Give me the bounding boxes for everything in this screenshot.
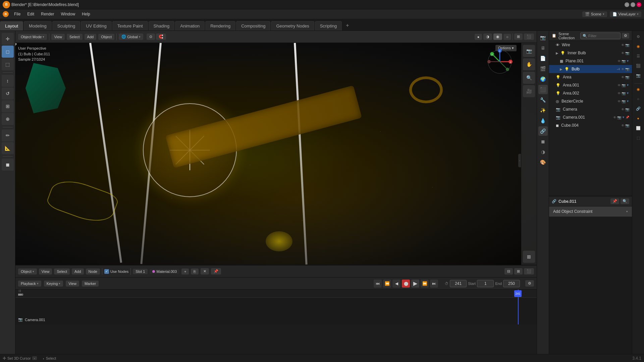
props-data-icon[interactable]: ◼ xyxy=(538,137,548,146)
camera001-visibility[interactable]: 👁 xyxy=(613,116,616,119)
menu-render[interactable]: Render xyxy=(38,11,57,17)
plane001-visibility[interactable]: 👁 xyxy=(618,59,621,63)
tab-rendering[interactable]: Rendering xyxy=(205,21,235,31)
maximize-button[interactable]: □ xyxy=(631,2,635,7)
slot-selector[interactable]: Slot 1 xyxy=(133,269,148,274)
props-material-icon[interactable]: ◑ xyxy=(538,147,548,157)
play-button[interactable]: ▶ xyxy=(411,280,419,288)
inner-bulb-arrow[interactable]: ▶ xyxy=(556,51,558,55)
zoom-button[interactable]: 🔍 xyxy=(523,72,535,84)
add-constraint-button[interactable]: Add Object Constraint ▾ xyxy=(549,206,632,217)
props-output-icon[interactable]: 🖥 xyxy=(538,43,548,53)
outliner-item-camera001[interactable]: 📷 Camera.001 👁 📷 ▼ 📌 xyxy=(549,113,632,121)
n-panel-toggle[interactable]: › xyxy=(518,154,521,167)
camera001-render[interactable]: 📷 xyxy=(617,116,621,119)
cube004-visibility[interactable]: 👁 xyxy=(621,124,625,127)
add-menu-button[interactable]: Add xyxy=(85,34,97,40)
mini-filter-icon[interactable]: ⚙ xyxy=(634,32,643,41)
material-selector[interactable]: Material.003 xyxy=(150,269,179,274)
tab-uv-editing[interactable]: UV Editing xyxy=(81,21,111,31)
tab-shading[interactable]: Shading xyxy=(149,21,175,31)
area-render[interactable]: 📷 xyxy=(625,75,629,79)
mini-object-icon[interactable]: ◉ xyxy=(634,42,643,51)
mini-wire-icon[interactable]: ⬜ xyxy=(634,124,643,132)
outliner-item-area002[interactable]: 💡 Area.002 👁 📷 ▼ xyxy=(549,89,632,97)
camera-view-button[interactable]: 📷 xyxy=(523,45,535,57)
outliner-item-camera[interactable]: 📷 Camera 👁 📷 xyxy=(549,105,632,113)
node-zoom-in[interactable]: ⊞ xyxy=(514,268,523,275)
area001-visibility[interactable]: 👁 xyxy=(618,83,621,87)
props-shader-icon[interactable]: 🎨 xyxy=(538,158,548,167)
bezier-render[interactable]: 📷 xyxy=(622,100,626,103)
add-cube-button[interactable]: ◼ xyxy=(2,159,14,171)
camera-visibility[interactable]: 👁 xyxy=(621,108,625,111)
viewport-shading-material[interactable]: ◑ xyxy=(483,34,492,40)
outliner-item-beziercircle[interactable]: ◎ BezierCircle 👁 📷 ▼ xyxy=(549,97,632,105)
annotate-tool-button[interactable]: ✏ xyxy=(2,129,14,141)
object-mode-dropdown[interactable]: Object Mode ▾ xyxy=(18,34,47,40)
outliner-item-bulb[interactable]: ▶ 💡 Bulb ⬩4 👁 📷 xyxy=(549,65,632,73)
outliner-item-area001[interactable]: 💡 Area.001 👁 📷 ▼ xyxy=(549,81,632,89)
props-world-icon[interactable]: 🌍 xyxy=(538,74,548,84)
props-view-layer-icon[interactable]: 📄 xyxy=(538,54,548,63)
mini-circle-icon[interactable]: ◉ xyxy=(634,85,643,94)
viewport-shading-rendered[interactable]: ◉ xyxy=(493,34,502,40)
props-physics-icon[interactable]: 💧 xyxy=(538,116,548,125)
area002-visibility[interactable]: 👁 xyxy=(618,92,621,95)
grid-view-button[interactable]: ⊞ xyxy=(523,251,535,263)
props-constraints-icon[interactable]: 🔗 xyxy=(538,126,548,136)
blender-menu-logo[interactable]: B xyxy=(3,11,9,17)
keying-dropdown[interactable]: Keying ▾ xyxy=(44,281,63,287)
node-zoom-out[interactable]: ⊟ xyxy=(504,268,513,275)
outliner-item-area[interactable]: 💡 Area 👁 📷 xyxy=(549,73,632,81)
props-render-icon[interactable]: 📷 xyxy=(538,33,548,42)
inner-bulb-render[interactable]: 📷 xyxy=(625,51,629,55)
bulb-arrow[interactable]: ▶ xyxy=(560,67,562,71)
tab-layout[interactable]: Layout xyxy=(0,21,23,31)
tab-texture-paint[interactable]: Texture Paint xyxy=(112,21,148,31)
wire-render[interactable]: 📷 xyxy=(625,43,629,47)
start-frame-input[interactable] xyxy=(477,280,494,287)
outliner-filter-btn[interactable]: ⚙ xyxy=(622,33,629,39)
overlay-button[interactable]: ⊞ xyxy=(514,34,523,40)
use-nodes-checkbox[interactable]: ✓ xyxy=(104,269,109,274)
bulb-render[interactable]: 📷 xyxy=(625,67,629,71)
play-reverse-button[interactable]: ◀ xyxy=(392,280,400,288)
wire-visibility[interactable]: 👁 xyxy=(621,43,625,47)
rotate-tool-button[interactable]: ↺ xyxy=(2,87,14,100)
plane001-render[interactable]: 📷 xyxy=(622,59,626,63)
move-tool-button[interactable]: ↕ xyxy=(2,75,14,87)
select-menu-button[interactable]: Select xyxy=(67,34,83,40)
transform-tool-button[interactable]: ⊕ xyxy=(2,113,14,125)
props-object-icon[interactable]: ⬛ xyxy=(538,85,548,94)
select-tool-button[interactable]: ◻ xyxy=(2,46,14,58)
area002-render[interactable]: 📷 xyxy=(622,92,626,95)
outliner-item-plane001[interactable]: ▦ Plane.001 👁 📷 ▼ xyxy=(549,57,632,65)
cube004-render[interactable]: 📷 xyxy=(625,124,629,127)
current-frame-input[interactable] xyxy=(450,280,467,287)
menu-window[interactable]: Window xyxy=(58,11,78,17)
mini-view1-icon[interactable]: ☰ xyxy=(634,52,643,60)
close-button[interactable]: × xyxy=(637,2,641,7)
mini-circle2-icon[interactable]: ○ xyxy=(634,95,643,103)
hand-pan-button[interactable]: ✋ xyxy=(523,58,535,70)
select-box-button[interactable]: ⬚ xyxy=(2,58,14,70)
camera-lock-button[interactable]: 🎥 xyxy=(523,85,535,97)
record-button[interactable]: ⬤ xyxy=(402,280,410,288)
viewport-shading-solid[interactable]: ● xyxy=(475,34,482,40)
mini-view2-icon[interactable]: ⬛ xyxy=(634,61,643,70)
timeline-settings[interactable]: ⚙ xyxy=(525,280,534,287)
snap-button[interactable]: 🧲 xyxy=(156,34,166,40)
measure-tool-button[interactable]: 📐 xyxy=(2,142,14,154)
xray-button[interactable]: ⬛ xyxy=(524,34,534,40)
pin-material-button[interactable]: 📌 xyxy=(211,268,221,275)
marker-button[interactable]: Marker xyxy=(82,281,99,287)
bezier-visibility[interactable]: 👁 xyxy=(618,100,621,103)
node-node-button[interactable]: Node xyxy=(86,268,100,275)
props-scene-icon[interactable]: 🎬 xyxy=(538,64,548,73)
outliner-search[interactable] xyxy=(580,33,621,39)
mini-solid-icon[interactable]: ● xyxy=(634,114,643,123)
node-view-button[interactable]: View xyxy=(39,268,52,275)
viewport-gizmo[interactable]: X Y Z xyxy=(486,48,517,78)
scale-tool-button[interactable]: ⊞ xyxy=(2,100,14,112)
